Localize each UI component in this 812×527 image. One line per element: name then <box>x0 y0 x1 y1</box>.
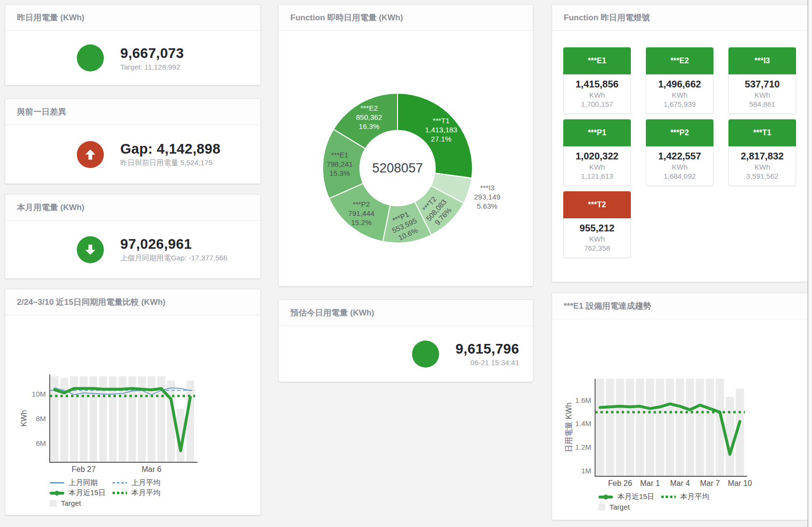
device-target: 1,121,613 <box>564 172 630 180</box>
legend-item[interactable]: Target <box>598 503 661 511</box>
panel-lights: Function 昨日用電燈號 ***E11,415,856KWh1,700,1… <box>552 4 808 282</box>
legend-item[interactable]: 上月平均 <box>113 478 175 487</box>
legend-item[interactable]: 本月近15日 <box>50 488 113 498</box>
legend-label: 本月平均 <box>680 492 709 501</box>
device-tile: ***I3537,710KWh584,861 <box>728 47 796 114</box>
legend-swatch-thick-icon <box>50 492 64 495</box>
panel-title: 預估今日用電量 (KWh) <box>279 300 533 326</box>
green-status-circle-icon <box>412 341 439 368</box>
panel-title: 昨日用電量 (KWh) <box>5 5 260 31</box>
legend-row: 上月同期上月平均 <box>50 478 260 488</box>
stat-text: Gap: 4,142,898 昨日與前日用電量 5,524,175 <box>120 141 220 168</box>
legend-item[interactable]: 本月平均 <box>661 492 724 501</box>
svg-text:Feb 26: Feb 26 <box>608 479 632 487</box>
device-value: 2,817,832 <box>729 151 796 162</box>
stat-subtitle: 上個月同期用電Gap: -17,377,566 <box>120 254 228 263</box>
device-value: 1,020,322 <box>564 151 630 162</box>
device-tile-body: 1,415,856KWh1,700,157 <box>563 74 631 114</box>
device-tile: ***P11,020,322KWh1,121,613 <box>563 119 631 186</box>
stat-row: 9,615,796 06-21 15:34:41 <box>279 326 533 382</box>
legend-row: 本月近15日本月平均 <box>598 492 808 502</box>
device-unit: KWh <box>564 163 630 171</box>
svg-text:1M: 1M <box>581 467 591 475</box>
panel-day-gap: 與前一日差異 Gap: 4,142,898 昨日與前日用電量 5,524,175 <box>5 99 261 184</box>
donut-chart-canvas: ***T11,413,18327.1%***I3293,1495.63%***T… <box>279 31 533 286</box>
device-tile-body: 955,212KWh762,358 <box>563 218 631 258</box>
device-target: 3,591,562 <box>729 172 796 180</box>
device-unit: KWh <box>729 163 796 171</box>
arrow-up-circle-icon <box>77 141 104 168</box>
svg-text:10M: 10M <box>32 390 46 398</box>
device-value: 1,415,856 <box>564 79 630 90</box>
svg-text:Mar 4: Mar 4 <box>670 479 690 487</box>
legend-item[interactable]: Target <box>50 499 113 507</box>
device-tile-header: ***I3 <box>728 47 796 74</box>
device-unit: KWh <box>564 235 630 243</box>
stat-row: 9,667,073 Target: 11,128,992 <box>5 31 260 85</box>
e1-trend-chart-legend: 本月近15日本月平均Target <box>598 492 808 512</box>
device-unit: KWh <box>564 91 630 99</box>
device-value: 955,212 <box>564 223 630 234</box>
panel-e1-trend: ***E1 設備用電達成趨勢 1M1.2M1.4M1.6MFeb 26Mar 1… <box>552 293 808 520</box>
device-tile: ***E11,415,856KWh1,700,157 <box>563 47 631 114</box>
legend-row: Target <box>50 498 260 508</box>
stat-value: 9,615,796 <box>456 341 519 357</box>
stat-text: 9,667,073 Target: 11,128,992 <box>120 45 184 71</box>
panel-title: Function 即時日用電量 (KWh) <box>279 5 533 31</box>
legend-label: 本月近15日 <box>69 488 106 498</box>
vertical-scrollbar[interactable] <box>808 0 812 527</box>
left-column: 昨日用電量 (KWh) 9,667,073 Target: 11,128,992… <box>5 4 261 515</box>
svg-text:KWh: KWh <box>20 410 28 427</box>
e1-trend-chart-canvas: 1M1.2M1.4M1.6MFeb 26Mar 1Mar 4Mar 7Mar 1… <box>552 379 808 489</box>
device-target: 584,861 <box>729 100 796 108</box>
device-tile: ***P21,422,557KWh1,684,092 <box>646 119 713 186</box>
stat-subtitle: 昨日與前日用電量 5,524,175 <box>120 158 220 168</box>
legend-label: 上月同期 <box>69 478 98 487</box>
device-unit: KWh <box>646 163 713 171</box>
green-status-circle-icon <box>77 44 104 71</box>
donut-center-total: 5208057 <box>372 161 423 175</box>
legend-item[interactable]: 本月平均 <box>113 488 175 498</box>
device-tile-header: ***E2 <box>646 47 713 74</box>
device-target: 1,684,092 <box>646 172 713 180</box>
svg-text:Mar 10: Mar 10 <box>728 479 752 487</box>
device-tile-header: ***T2 <box>563 191 631 218</box>
stat-value: Gap: 4,142,898 <box>120 141 220 157</box>
panel-yesterday-usage: 昨日用電量 (KWh) 9,667,073 Target: 11,128,992 <box>5 4 261 85</box>
legend-item[interactable]: 本月近15日 <box>598 492 661 501</box>
device-unit: KWh <box>646 91 713 99</box>
middle-column: Function 即時日用電量 (KWh) ***T11,413,18327.1… <box>278 4 533 382</box>
panel-title: 與前一日差異 <box>5 99 260 125</box>
device-tile-body: 537,710KWh584,861 <box>728 74 796 114</box>
legend-row: 本月近15日本月平均 <box>50 488 260 498</box>
svg-text:1.4M: 1.4M <box>575 419 591 427</box>
device-value: 1,496,662 <box>646 79 713 90</box>
device-tile: ***T2955,212KWh762,358 <box>563 191 631 258</box>
device-tile-header: ***P2 <box>646 119 713 146</box>
stat-text: 9,615,796 06-21 15:34:41 <box>456 341 519 367</box>
device-unit: KWh <box>729 91 796 99</box>
svg-text:6M: 6M <box>36 439 46 447</box>
legend-swatch-bar-icon <box>598 504 605 511</box>
device-tile-body: 1,020,322KWh1,121,613 <box>563 146 631 186</box>
legend-item[interactable]: 上月同期 <box>50 478 113 487</box>
legend-swatch-bar-icon <box>50 500 57 507</box>
legend-label: 本月平均 <box>131 488 160 498</box>
chart-body: 6M8M10MFeb 27Mar 6KWh 上月同期上月平均本月近15日本月平均… <box>5 315 260 508</box>
device-target: 762,358 <box>564 244 630 252</box>
svg-text:1.2M: 1.2M <box>575 443 591 451</box>
stat-value: 9,667,073 <box>120 45 184 61</box>
device-tile-header: ***E1 <box>563 47 631 74</box>
panel-realtime-donut: Function 即時日用電量 (KWh) ***T11,413,18327.1… <box>278 4 533 286</box>
svg-text:日用電量 KWh: 日用電量 KWh <box>565 402 573 452</box>
panel-title: Function 昨日用電燈號 <box>552 5 808 31</box>
stat-row: 97,026,961 上個月同期用電Gap: -17,377,566 <box>5 221 260 278</box>
legend-swatch-dotted-icon <box>113 492 127 494</box>
device-tiles-grid: ***E11,415,856KWh1,700,157***E21,496,662… <box>552 31 808 258</box>
svg-text:Mar 1: Mar 1 <box>640 479 660 487</box>
legend-row: Target <box>598 502 808 512</box>
device-value: 537,710 <box>729 79 796 90</box>
device-tile-header: ***T1 <box>728 119 796 146</box>
svg-text:Mar 6: Mar 6 <box>142 465 161 473</box>
panel-title: 本月用電量 (KWh) <box>5 195 260 221</box>
